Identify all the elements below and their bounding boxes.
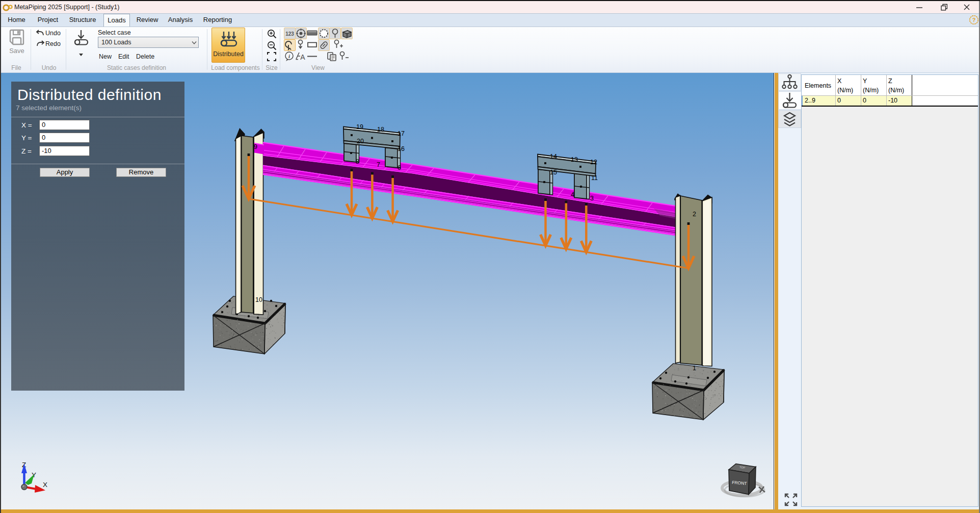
svg-text:TOP: TOP [739, 466, 746, 469]
svg-text:i: i [288, 53, 290, 59]
svg-text:A: A [300, 53, 305, 61]
svg-text:8: 8 [356, 158, 359, 165]
svg-text:10: 10 [255, 296, 262, 303]
svg-text:X: X [43, 481, 47, 489]
svg-text:FRONT: FRONT [732, 480, 747, 486]
svg-text:7: 7 [377, 161, 380, 168]
svg-text:13: 13 [571, 156, 578, 163]
svg-text:18: 18 [377, 126, 384, 133]
svg-text:14: 14 [550, 153, 557, 160]
svg-text:6: 6 [398, 164, 401, 171]
svg-text:4: 4 [571, 191, 574, 198]
svg-text:9: 9 [254, 143, 257, 150]
svg-text:123: 123 [285, 31, 294, 37]
svg-text:1: 1 [693, 365, 696, 372]
svg-text:?: ? [972, 17, 976, 23]
svg-text:11: 11 [591, 174, 598, 182]
svg-text:17: 17 [398, 130, 405, 137]
svg-text:20: 20 [357, 138, 364, 145]
svg-text:16: 16 [398, 145, 405, 152]
svg-text:19: 19 [356, 123, 363, 131]
svg-text:3: 3 [590, 195, 594, 202]
svg-text:12: 12 [590, 159, 597, 166]
svg-text:2: 2 [693, 211, 696, 218]
svg-text:15: 15 [550, 169, 557, 176]
